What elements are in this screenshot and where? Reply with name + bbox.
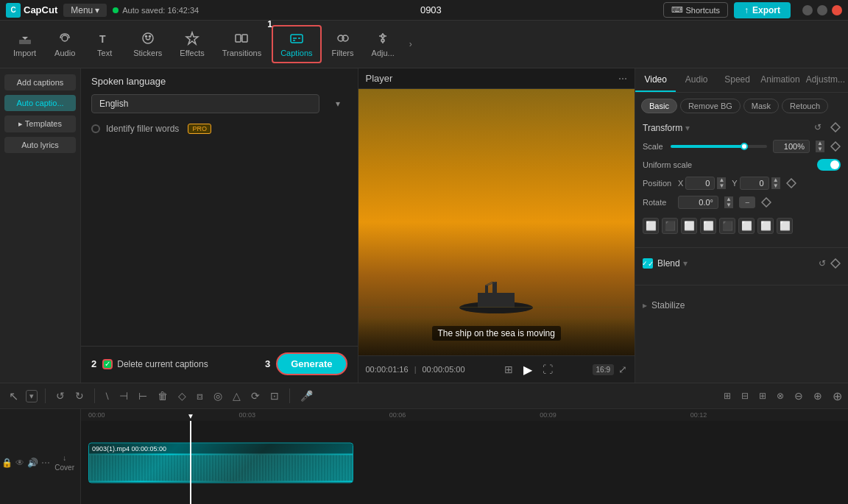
play-button[interactable]: ▶	[519, 361, 537, 378]
scale-diamond-icon[interactable]	[830, 141, 841, 152]
tool-effects[interactable]: Effects	[172, 26, 211, 62]
rotate-reset-button[interactable]: −	[739, 196, 755, 208]
undo-button[interactable]: ↺	[53, 388, 68, 403]
pos-x-down[interactable]: ▼	[717, 183, 726, 189]
track-lock-icon[interactable]: 🔒	[1, 458, 13, 468]
uniform-scale-toggle[interactable]	[817, 159, 841, 171]
tool-import[interactable]: Import	[6, 26, 43, 62]
track-audio-icon[interactable]: 🔊	[27, 458, 38, 468]
auto-lyrics-button[interactable]: Auto lyrics	[4, 137, 76, 153]
track-labels: ⚙ 🔒 👁 🔊 ⋯ ↓ Cover	[0, 409, 81, 504]
tool-adjust[interactable]: Adju...	[364, 26, 402, 62]
tab-animation[interactable]: Animation	[757, 68, 802, 92]
align-right-icon[interactable]: ⬜	[681, 218, 697, 234]
blend-reset-icon[interactable]: ↺	[819, 258, 826, 269]
group-button[interactable]: ⧈	[194, 388, 206, 404]
tool-captions[interactable]: Captions 1	[272, 25, 321, 63]
subtab-removebg[interactable]: Remove BG	[680, 99, 741, 113]
templates-button[interactable]: ▸ Templates	[4, 116, 76, 132]
split-start-button[interactable]: ⊣	[116, 388, 131, 403]
shortcuts-button[interactable]: ⌨ Shortcuts	[663, 2, 728, 18]
scale-down-button[interactable]: ▼	[816, 146, 824, 152]
scale-input[interactable]: 100%	[773, 140, 810, 153]
minimize-button[interactable]	[802, 5, 813, 15]
filler-radio[interactable]	[91, 124, 100, 133]
blend-checkbox[interactable]: ✓	[643, 258, 653, 269]
delete-button[interactable]: 🗑	[155, 388, 171, 403]
add-captions-button[interactable]: Add captions	[4, 74, 76, 90]
rotate-down[interactable]: ▼	[724, 202, 733, 208]
track-more-icon[interactable]: ⋯	[41, 458, 50, 468]
cursor-dropdown[interactable]: ▾	[26, 390, 38, 402]
generate-button[interactable]: Generate	[276, 352, 347, 375]
export-button[interactable]: ↑ Export	[734, 2, 791, 18]
align-distribute-h-icon[interactable]: ⬜	[757, 218, 774, 234]
menu-button[interactable]: Menu ▾	[63, 4, 107, 17]
speed-button[interactable]: ◎	[211, 388, 225, 403]
tool-audio[interactable]: Audio	[46, 26, 83, 62]
tab-speed[interactable]: Speed	[717, 68, 757, 92]
rotate-label: Rotate	[643, 198, 672, 207]
mic-button[interactable]: 🎤	[297, 388, 316, 403]
toolbar-more[interactable]: ›	[405, 39, 417, 49]
split-button[interactable]: ⧵	[102, 388, 112, 404]
rotate-diamond-icon[interactable]	[761, 197, 771, 207]
align-center-h-icon[interactable]: ⬛	[662, 218, 678, 234]
delete-captions-checkbox[interactable]	[102, 359, 113, 369]
subtab-basic[interactable]: Basic	[641, 99, 677, 113]
align-center-v-icon[interactable]: ⬛	[719, 218, 735, 234]
resolution-label: 16:9	[593, 364, 614, 375]
expand-icon[interactable]: ⤢	[618, 363, 627, 375]
redo-button[interactable]: ↻	[72, 388, 87, 403]
link-button[interactable]: ⊗	[774, 389, 787, 402]
position-x-input[interactable]: 0	[685, 177, 715, 190]
grid-icon[interactable]: ⊞	[504, 363, 513, 375]
zoom-in-button[interactable]: ⊕	[810, 388, 825, 403]
close-button[interactable]	[832, 5, 842, 15]
player-menu-icon[interactable]: ⋯	[618, 74, 627, 84]
tab-video[interactable]: Video	[635, 68, 676, 92]
subtab-retouch[interactable]: Retouch	[782, 99, 828, 113]
tab-adjust[interactable]: Adjustm...	[803, 68, 848, 92]
split-end-button[interactable]: ⊢	[135, 388, 150, 403]
cursor-tool[interactable]: ↖	[6, 388, 21, 405]
language-select[interactable]: English	[91, 94, 319, 113]
tab-audio[interactable]: Audio	[676, 68, 716, 92]
position-diamond-icon[interactable]	[786, 178, 796, 188]
tool-transitions[interactable]: Transitions	[215, 26, 269, 62]
zoom-out-button[interactable]: ⊖	[791, 388, 806, 403]
tool-text[interactable]: T Text	[86, 26, 123, 62]
app-logo: C CapCut	[6, 3, 57, 18]
rotate-input[interactable]: 0.0°	[678, 196, 718, 209]
track-label-row: ⚙ 🔒 👁 🔊 ⋯ ↓ Cover	[0, 421, 80, 504]
marker-button[interactable]: ◇	[175, 388, 189, 403]
timeline-content: ⚙ 🔒 👁 🔊 ⋯ ↓ Cover 00:00 00:03 00:06	[0, 409, 848, 504]
tool-filters[interactable]: Filters	[325, 26, 361, 62]
blend-diamond-icon[interactable]	[830, 258, 841, 269]
align-left-icon[interactable]: ⬜	[643, 218, 659, 234]
transform-tl-button[interactable]: ⟳	[248, 388, 263, 403]
maximize-button[interactable]	[817, 5, 827, 15]
align-top-icon[interactable]: ⬜	[700, 218, 716, 234]
scale-slider[interactable]	[671, 145, 767, 148]
auto-caption-button[interactable]: Auto captio...	[4, 95, 76, 111]
add-track-icon[interactable]: ⊕	[833, 389, 842, 403]
crop-button[interactable]: ⊡	[267, 388, 282, 403]
tool-stickers[interactable]: Stickers	[126, 26, 169, 62]
playhead[interactable]	[190, 421, 191, 504]
position-y-input[interactable]: 0	[740, 177, 769, 190]
color-button[interactable]: △	[230, 388, 244, 403]
video-clip[interactable]: 0903(1).mp4 00:00:05:00	[88, 442, 353, 483]
fit-button[interactable]: ⊞	[721, 389, 734, 402]
track-visible-icon[interactable]: 👁	[15, 458, 24, 468]
right-panel-tabs: Video Audio Speed Animation Adjustm...	[635, 68, 848, 93]
subtab-mask[interactable]: Mask	[743, 99, 779, 113]
align-distribute-v-icon[interactable]: ⬜	[777, 218, 793, 234]
pos-y-down[interactable]: ▼	[771, 183, 780, 189]
clip-connect-button[interactable]: ⊟	[738, 389, 752, 402]
magnetic-button[interactable]: ⊞	[756, 389, 769, 402]
transform-diamond-icon[interactable]	[830, 122, 841, 132]
align-bottom-icon[interactable]: ⬜	[738, 218, 755, 234]
transform-reset-icon[interactable]: ↺	[814, 122, 826, 134]
fullscreen-icon[interactable]: ⛶	[543, 363, 553, 375]
